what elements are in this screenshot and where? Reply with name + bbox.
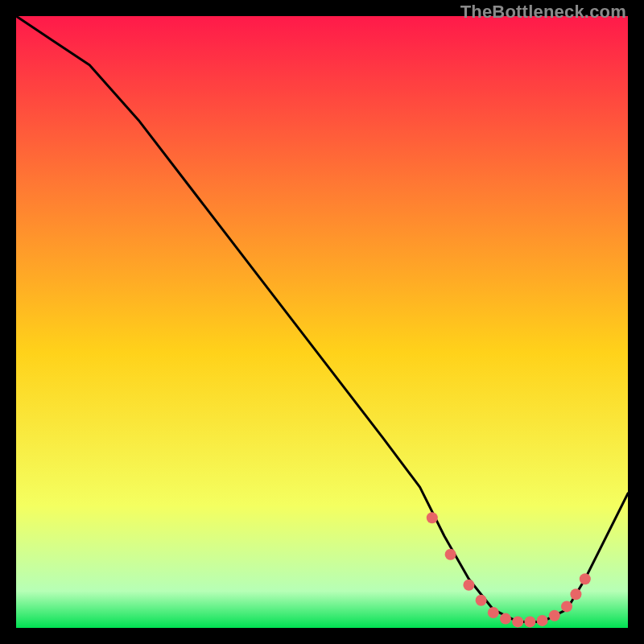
data-marker [488,607,499,618]
data-marker [570,588,581,600]
data-marker [427,512,438,523]
data-marker [524,616,535,627]
gradient-bg [16,16,628,628]
data-marker [580,573,591,584]
data-marker [561,601,572,612]
data-marker [549,610,560,621]
data-marker [512,616,523,627]
chart-svg [16,16,628,628]
data-marker [445,549,456,560]
data-marker [463,580,474,591]
data-marker [476,595,487,606]
data-marker [537,615,548,626]
watermark-text: TheBottleneck.com [460,2,626,23]
data-marker [500,613,511,625]
